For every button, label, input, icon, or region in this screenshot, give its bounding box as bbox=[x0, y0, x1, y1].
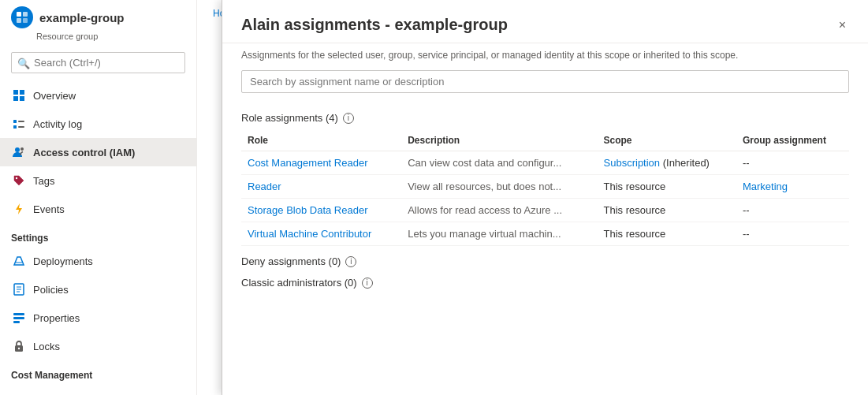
svg-rect-6 bbox=[13, 96, 18, 101]
grid-icon bbox=[11, 88, 27, 103]
description-1: View all resources, but does not... bbox=[401, 175, 597, 199]
list-icon bbox=[11, 116, 27, 132]
sidebar-item-locks[interactable]: Locks bbox=[0, 332, 196, 360]
group-3: -- bbox=[736, 222, 849, 246]
search-icon: 🔍 bbox=[17, 57, 30, 69]
role-assignments-info-icon[interactable]: i bbox=[343, 113, 354, 124]
sidebar-item-deployments-label: Deployments bbox=[33, 255, 93, 267]
sidebar-item-locks-label: Locks bbox=[33, 341, 60, 352]
sidebar-item-activity-log[interactable]: Activity log bbox=[0, 110, 196, 138]
deny-assignments-label: Deny assignments (0) bbox=[241, 255, 341, 267]
lock-icon bbox=[11, 338, 27, 354]
svg-point-14 bbox=[16, 177, 17, 179]
table-row: Virtual Machine Contributor Lets you man… bbox=[241, 222, 849, 246]
svg-rect-4 bbox=[13, 90, 18, 95]
sidebar-header: example-group Resource group bbox=[0, 0, 196, 47]
role-link-1[interactable]: Reader bbox=[248, 181, 281, 192]
people-icon bbox=[11, 144, 27, 160]
description-3: Lets you manage virtual machin... bbox=[401, 222, 597, 246]
svg-rect-21 bbox=[13, 313, 24, 315]
sidebar-nav: Overview Activity log Access control (IA… bbox=[0, 81, 196, 223]
svg-rect-3 bbox=[23, 18, 28, 23]
scope-0: Subscription (Inherited) bbox=[598, 151, 736, 175]
table-row: Reader View all resources, but does not.… bbox=[241, 175, 849, 199]
sidebar: example-group Resource group 🔍 Overview … bbox=[0, 0, 197, 395]
scope-link-0[interactable]: Subscription bbox=[604, 157, 661, 169]
description-2: Allows for read access to Azure ... bbox=[401, 199, 597, 222]
svg-rect-10 bbox=[13, 125, 17, 129]
main-content: Home › Resource groups › examp... Alain … bbox=[197, 0, 868, 395]
svg-rect-22 bbox=[13, 317, 24, 319]
policy-icon bbox=[11, 281, 27, 297]
classic-info-icon[interactable]: i bbox=[362, 278, 373, 289]
group-link-1[interactable]: Marketing bbox=[743, 181, 788, 192]
table-row: Cost Management Reader Can view cost dat… bbox=[241, 151, 849, 175]
svg-rect-1 bbox=[23, 12, 28, 17]
svg-rect-5 bbox=[20, 90, 24, 95]
panel-search-container bbox=[222, 70, 868, 104]
svg-rect-0 bbox=[17, 12, 21, 17]
sidebar-item-access-control[interactable]: Access control (IAM) bbox=[0, 138, 196, 166]
table-row: Storage Blob Data Reader Allows for read… bbox=[241, 199, 849, 222]
scope-suffix-0: (Inherited) bbox=[660, 157, 710, 169]
sidebar-item-events-label: Events bbox=[33, 203, 65, 215]
sidebar-title: example-group bbox=[39, 11, 125, 24]
sidebar-item-policies[interactable]: Policies bbox=[0, 275, 196, 304]
props-icon bbox=[11, 310, 27, 326]
bolt-icon bbox=[11, 201, 27, 217]
cost-management-label: Cost Management bbox=[0, 360, 196, 384]
sidebar-item-overview-label: Overview bbox=[33, 90, 76, 102]
tag-icon bbox=[11, 173, 27, 188]
panel-header: Alain assignments - example-group × bbox=[222, 0, 868, 43]
sidebar-item-overview[interactable]: Overview bbox=[0, 81, 196, 110]
sidebar-item-tags[interactable]: Tags bbox=[0, 166, 196, 195]
panel-search-input[interactable] bbox=[241, 70, 849, 93]
scope-3: This resource bbox=[598, 222, 736, 246]
role-link-0[interactable]: Cost Management Reader bbox=[248, 157, 367, 169]
svg-marker-15 bbox=[16, 203, 22, 214]
svg-rect-9 bbox=[18, 121, 24, 122]
panel-close-button[interactable]: × bbox=[836, 16, 849, 35]
col-header-description: Description bbox=[401, 130, 597, 151]
sidebar-item-policies-label: Policies bbox=[33, 284, 69, 296]
role-assignments-heading: Role assignments (4) i bbox=[241, 104, 849, 130]
resource-icon bbox=[11, 6, 33, 28]
group-1: Marketing bbox=[736, 175, 849, 199]
deny-assignments-section: Deny assignments (0) i bbox=[241, 246, 849, 272]
scope-1: This resource bbox=[598, 175, 736, 199]
search-input[interactable] bbox=[11, 52, 185, 73]
panel-title: Alain assignments - example-group bbox=[241, 16, 508, 34]
col-header-scope: Scope bbox=[598, 130, 736, 151]
svg-rect-23 bbox=[13, 321, 20, 323]
svg-rect-2 bbox=[17, 18, 21, 23]
svg-point-25 bbox=[18, 348, 20, 349]
description-0: Can view cost data and configur... bbox=[401, 151, 597, 175]
role-assignments-table: Role Description Scope Group assignment … bbox=[241, 130, 849, 246]
sidebar-subtitle: Resource group bbox=[0, 32, 196, 47]
classic-administrators-label: Classic administrators (0) bbox=[241, 277, 357, 289]
panel-description: Assignments for the selected user, group… bbox=[222, 43, 868, 70]
col-header-group: Group assignment bbox=[736, 130, 849, 151]
svg-rect-11 bbox=[18, 126, 24, 128]
scope-2: This resource bbox=[598, 199, 736, 222]
sidebar-item-properties[interactable]: Properties bbox=[0, 304, 196, 332]
svg-rect-8 bbox=[13, 120, 17, 123]
group-2: -- bbox=[736, 199, 849, 222]
sidebar-item-properties-label: Properties bbox=[33, 312, 80, 324]
assignments-panel: Alain assignments - example-group × Assi… bbox=[222, 0, 868, 395]
sidebar-item-events[interactable]: Events bbox=[0, 195, 196, 223]
deploy-icon bbox=[11, 253, 27, 269]
role-assignments-label: Role assignments (4) bbox=[241, 112, 338, 124]
sidebar-search-container: 🔍 bbox=[0, 47, 196, 81]
sidebar-item-deployments[interactable]: Deployments bbox=[0, 247, 196, 275]
panel-content: Role assignments (4) i Role Description … bbox=[222, 104, 868, 395]
role-link-2[interactable]: Storage Blob Data Reader bbox=[248, 204, 367, 216]
svg-point-12 bbox=[15, 147, 20, 152]
svg-rect-7 bbox=[20, 96, 24, 101]
group-0: -- bbox=[736, 151, 849, 175]
deny-info-icon[interactable]: i bbox=[345, 256, 356, 267]
sidebar-item-tags-label: Tags bbox=[33, 175, 54, 187]
role-link-3[interactable]: Virtual Machine Contributor bbox=[248, 228, 371, 240]
sidebar-item-access-control-label: Access control (IAM) bbox=[33, 147, 135, 158]
col-header-role: Role bbox=[241, 130, 401, 151]
